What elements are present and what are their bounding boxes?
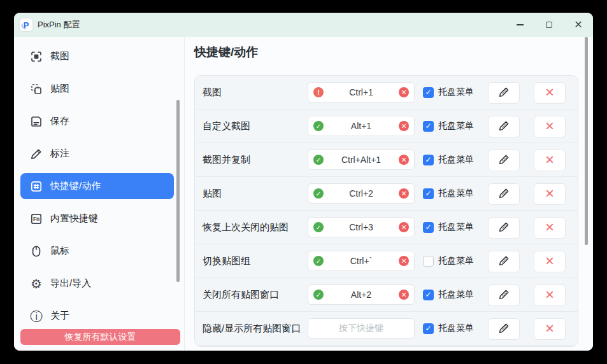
delete-hotkey-button[interactable]: ×	[534, 82, 566, 104]
hotkey-row: 截图!Ctrl+1✕托盘菜单×	[195, 76, 578, 109]
content-scrollbar-thumb[interactable]	[585, 37, 588, 245]
hotkey-value: Ctrl+3	[324, 222, 399, 232]
sidebar-item-label: 导出/导入	[50, 277, 91, 290]
screenshot-icon	[29, 50, 43, 64]
edit-hotkey-button[interactable]	[488, 217, 520, 239]
sidebar-item-4[interactable]: 快捷键/动作	[20, 173, 174, 199]
hotkey-row: 恢复上次关闭的贴图✓Ctrl+3✕托盘菜单×	[195, 211, 578, 244]
clear-hotkey-icon[interactable]: ✕	[399, 188, 409, 199]
window-title: PixPin 配置	[38, 19, 80, 31]
tray-menu-checkbox[interactable]	[423, 155, 434, 165]
main-content: 快捷键/动作 截图!Ctrl+1✕托盘菜单×自定义截图✓Alt+1✕托盘菜单×截…	[185, 37, 593, 351]
edit-pencil-icon	[498, 86, 510, 101]
hotkey-action-label: 恢复上次关闭的贴图	[203, 221, 308, 234]
edit-pencil-icon	[498, 322, 510, 337]
hotkey-valid-icon: ✓	[313, 121, 324, 131]
edit-pencil-icon	[498, 288, 510, 303]
edit-hotkey-button[interactable]	[488, 251, 520, 272]
sidebar-item-7[interactable]: ⚙导出/导入	[20, 270, 174, 297]
sidebar-item-label: 贴图	[50, 83, 69, 95]
hotkey-valid-icon: ✓	[313, 222, 324, 232]
tray-menu-checkbox[interactable]	[423, 290, 434, 300]
maximize-button[interactable]	[534, 13, 564, 37]
hotkey-value: Ctrl+`	[324, 256, 399, 266]
edit-hotkey-button[interactable]	[488, 318, 520, 340]
tray-menu-checkbox[interactable]	[423, 222, 434, 233]
hotkey-row: 自定义截图✓Alt+1✕托盘菜单×	[195, 109, 578, 143]
edit-pencil-icon	[498, 187, 510, 202]
hotkey-list-panel: 截图!Ctrl+1✕托盘菜单×自定义截图✓Alt+1✕托盘菜单×截图并复制✓Ct…	[194, 75, 578, 347]
clear-hotkey-icon[interactable]: ✕	[399, 256, 409, 266]
clear-hotkey-icon[interactable]: ✕	[399, 290, 409, 300]
clear-hotkey-icon[interactable]: ✕	[399, 155, 409, 165]
delete-hotkey-button[interactable]: ×	[534, 183, 566, 205]
sidebar-item-1[interactable]: 贴图	[20, 76, 174, 102]
tray-menu-label: 托盘菜单	[438, 289, 474, 300]
delete-hotkey-button[interactable]: ×	[534, 318, 566, 340]
edit-hotkey-button[interactable]	[488, 150, 520, 171]
reset-defaults-button[interactable]: 恢复所有默认设置	[20, 329, 180, 345]
hotkey-input[interactable]: ✓Alt+2✕	[308, 284, 415, 305]
titlebar: P PixPin 配置 ✕	[14, 13, 593, 37]
delete-hotkey-button[interactable]: ×	[534, 217, 566, 239]
tray-menu-label: 托盘菜单	[438, 255, 474, 267]
minimize-icon	[517, 24, 524, 25]
edit-pencil-icon	[498, 120, 510, 134]
tray-menu-checkbox[interactable]	[423, 87, 434, 98]
hotkey-valid-icon: ✓	[313, 155, 324, 165]
delete-hotkey-button[interactable]: ×	[534, 284, 566, 306]
edit-hotkey-button[interactable]	[488, 284, 520, 306]
pixpin-config-window: P PixPin 配置 ✕ 截图贴图保存标注快捷键/动作Fn内置快捷键鼠标⚙导出…	[14, 13, 593, 351]
hotkey-value: Alt+1	[324, 121, 399, 131]
edit-hotkey-button[interactable]	[488, 183, 520, 205]
hotkey-action-label: 自定义截图	[203, 120, 308, 132]
tray-menu-checkbox[interactable]	[423, 323, 434, 334]
hotkey-action-label: 截图	[203, 87, 308, 99]
edit-hotkey-button[interactable]	[488, 82, 520, 104]
hotkey-input[interactable]: ✓Alt+1✕	[308, 116, 415, 136]
sidebar-item-2[interactable]: 保存	[20, 108, 174, 134]
sidebar-item-8[interactable]: ⓘ关于	[20, 303, 174, 329]
sidebar-item-label: 鼠标	[50, 245, 69, 257]
hotkey-valid-icon: ✓	[313, 256, 324, 266]
delete-hotkey-button[interactable]: ×	[534, 116, 566, 137]
close-button[interactable]: ✕	[564, 13, 593, 37]
tray-menu-label: 托盘菜单	[438, 120, 474, 132]
hotkey-valid-icon: ✓	[313, 290, 324, 300]
delete-hotkey-button[interactable]: ×	[534, 251, 566, 272]
clear-hotkey-icon[interactable]: ✕	[399, 87, 409, 97]
sidebar: 截图贴图保存标注快捷键/动作Fn内置快捷键鼠标⚙导出/导入ⓘ关于 恢复所有默认设…	[14, 37, 185, 351]
hotkey-row: 关闭所有贴图窗口✓Alt+2✕托盘菜单×	[195, 278, 578, 312]
edit-pencil-icon	[498, 255, 510, 269]
tray-menu-label: 托盘菜单	[438, 323, 474, 334]
delete-hotkey-button[interactable]: ×	[534, 150, 566, 171]
sidebar-item-label: 快捷键/动作	[50, 180, 101, 192]
tray-menu-label: 托盘菜单	[438, 87, 474, 98]
sidebar-item-label: 关于	[50, 310, 69, 322]
hotkey-input[interactable]: ✓Ctrl+`✕	[308, 251, 415, 271]
minimize-button[interactable]	[505, 13, 534, 37]
sidebar-scrollbar-thumb[interactable]	[176, 100, 180, 282]
hotkey-valid-icon: ✓	[313, 188, 324, 199]
sidebar-item-6[interactable]: 鼠标	[20, 238, 174, 264]
hotkey-input[interactable]: ✓Ctrl+3✕	[308, 217, 415, 237]
hotkey-input[interactable]: ✓Ctrl+2✕	[308, 183, 415, 204]
hotkey-input[interactable]: 按下快捷键	[308, 318, 415, 339]
tray-menu-label: 托盘菜单	[438, 221, 474, 233]
hotkey-input[interactable]: ✓Ctrl+Alt+1✕	[308, 150, 415, 170]
edit-hotkey-button[interactable]	[488, 116, 520, 137]
clear-hotkey-icon[interactable]: ✕	[399, 121, 409, 131]
tray-menu-label: 托盘菜单	[438, 154, 474, 165]
tray-menu-checkbox[interactable]	[423, 188, 434, 199]
clear-hotkey-icon[interactable]: ✕	[399, 222, 409, 232]
tray-menu-checkbox[interactable]	[423, 121, 434, 132]
hotkey-value: Ctrl+1	[324, 87, 399, 97]
hotkey-input[interactable]: !Ctrl+1✕	[308, 82, 415, 102]
tray-menu-checkbox[interactable]	[423, 256, 434, 267]
close-icon: ✕	[574, 20, 582, 30]
delete-x-icon: ×	[545, 85, 554, 100]
sidebar-item-0[interactable]: 截图	[20, 43, 174, 69]
sidebar-item-5[interactable]: Fn内置快捷键	[20, 206, 174, 232]
sidebar-item-3[interactable]: 标注	[20, 141, 174, 167]
hotkey-row: 隐藏/显示所有贴图窗口按下快捷键托盘菜单×	[195, 312, 578, 346]
